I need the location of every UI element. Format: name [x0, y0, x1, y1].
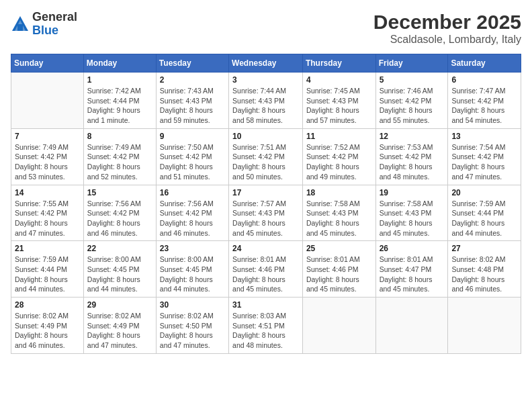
calendar-cell: 24Sunrise: 8:01 AM Sunset: 4:46 PM Dayli…	[229, 241, 303, 298]
calendar-cell: 1Sunrise: 7:42 AM Sunset: 4:44 PM Daylig…	[83, 73, 156, 129]
day-number: 3	[232, 75, 299, 85]
day-info: Sunrise: 8:03 AM Sunset: 4:51 PM Dayligh…	[232, 311, 299, 351]
day-number: 5	[380, 75, 445, 85]
calendar-cell: 5Sunrise: 7:46 AM Sunset: 4:42 PM Daylig…	[375, 73, 448, 129]
calendar-cell: 27Sunrise: 8:02 AM Sunset: 4:48 PM Dayli…	[448, 241, 521, 298]
calendar-cell: 25Sunrise: 8:01 AM Sunset: 4:46 PM Dayli…	[302, 241, 375, 298]
calendar-week-row: 28Sunrise: 8:02 AM Sunset: 4:49 PM Dayli…	[11, 298, 521, 354]
calendar-cell: 9Sunrise: 7:50 AM Sunset: 4:42 PM Daylig…	[156, 128, 228, 185]
calendar-cell: 28Sunrise: 8:02 AM Sunset: 4:49 PM Dayli…	[11, 298, 84, 354]
day-info: Sunrise: 7:59 AM Sunset: 4:44 PM Dayligh…	[15, 255, 80, 294]
calendar-cell: 6Sunrise: 7:47 AM Sunset: 4:42 PM Daylig…	[448, 73, 521, 129]
calendar-cell: 14Sunrise: 7:55 AM Sunset: 4:42 PM Dayli…	[11, 185, 84, 241]
day-info: Sunrise: 7:56 AM Sunset: 4:42 PM Dayligh…	[87, 199, 152, 238]
weekday-header: Tuesday	[156, 54, 228, 73]
calendar-cell: 4Sunrise: 7:45 AM Sunset: 4:43 PM Daylig…	[302, 73, 375, 129]
day-number: 21	[15, 244, 80, 253]
day-info: Sunrise: 8:00 AM Sunset: 4:45 PM Dayligh…	[160, 255, 225, 294]
day-number: 30	[160, 300, 225, 310]
weekday-header: Saturday	[448, 54, 521, 73]
day-number: 11	[306, 132, 372, 141]
day-number: 10	[232, 132, 299, 141]
day-info: Sunrise: 7:47 AM Sunset: 4:42 PM Dayligh…	[451, 86, 517, 126]
calendar-week-row: 14Sunrise: 7:55 AM Sunset: 4:42 PM Dayli…	[11, 185, 521, 241]
day-info: Sunrise: 7:49 AM Sunset: 4:42 PM Dayligh…	[15, 142, 80, 182]
day-info: Sunrise: 7:49 AM Sunset: 4:42 PM Dayligh…	[87, 142, 152, 182]
day-info: Sunrise: 8:01 AM Sunset: 4:47 PM Dayligh…	[380, 255, 445, 294]
calendar-cell	[375, 298, 448, 354]
calendar-cell: 8Sunrise: 7:49 AM Sunset: 4:42 PM Daylig…	[83, 128, 156, 185]
day-info: Sunrise: 7:59 AM Sunset: 4:44 PM Dayligh…	[451, 199, 517, 238]
calendar-cell: 31Sunrise: 8:03 AM Sunset: 4:51 PM Dayli…	[229, 298, 303, 354]
weekday-header: Thursday	[302, 54, 375, 73]
day-info: Sunrise: 8:00 AM Sunset: 4:45 PM Dayligh…	[87, 255, 152, 294]
calendar-cell: 21Sunrise: 7:59 AM Sunset: 4:44 PM Dayli…	[11, 241, 84, 298]
day-info: Sunrise: 8:02 AM Sunset: 4:50 PM Dayligh…	[160, 311, 225, 351]
day-number: 13	[451, 132, 517, 141]
day-info: Sunrise: 7:57 AM Sunset: 4:43 PM Dayligh…	[232, 199, 299, 238]
day-number: 18	[306, 188, 372, 197]
day-number: 1	[87, 75, 152, 85]
day-number: 8	[87, 132, 152, 141]
day-number: 15	[87, 188, 152, 197]
weekday-header: Monday	[83, 54, 156, 73]
day-number: 12	[380, 132, 445, 141]
calendar-header-row: SundayMondayTuesdayWednesdayThursdayFrid…	[11, 54, 521, 73]
calendar-week-row: 21Sunrise: 7:59 AM Sunset: 4:44 PM Dayli…	[11, 241, 521, 298]
day-info: Sunrise: 7:54 AM Sunset: 4:42 PM Dayligh…	[451, 142, 517, 182]
calendar-cell	[448, 298, 521, 354]
day-number: 6	[451, 75, 517, 85]
day-info: Sunrise: 7:58 AM Sunset: 4:43 PM Dayligh…	[380, 199, 445, 238]
day-info: Sunrise: 7:43 AM Sunset: 4:43 PM Dayligh…	[160, 86, 225, 126]
calendar-cell: 15Sunrise: 7:56 AM Sunset: 4:42 PM Dayli…	[83, 185, 156, 241]
weekday-header: Sunday	[11, 54, 84, 73]
calendar-cell: 23Sunrise: 8:00 AM Sunset: 4:45 PM Dayli…	[156, 241, 228, 298]
day-info: Sunrise: 8:01 AM Sunset: 4:46 PM Dayligh…	[232, 255, 299, 294]
calendar-cell: 16Sunrise: 7:56 AM Sunset: 4:42 PM Dayli…	[156, 185, 228, 241]
day-info: Sunrise: 7:46 AM Sunset: 4:42 PM Dayligh…	[380, 86, 445, 126]
day-info: Sunrise: 7:58 AM Sunset: 4:43 PM Dayligh…	[306, 199, 372, 238]
day-number: 17	[232, 188, 299, 197]
day-number: 25	[306, 244, 372, 253]
day-info: Sunrise: 7:55 AM Sunset: 4:42 PM Dayligh…	[15, 199, 80, 238]
day-number: 31	[232, 300, 299, 310]
calendar-cell: 29Sunrise: 8:02 AM Sunset: 4:49 PM Dayli…	[83, 298, 156, 354]
day-number: 4	[306, 75, 372, 85]
weekday-header: Wednesday	[229, 54, 303, 73]
day-number: 20	[451, 188, 517, 197]
day-info: Sunrise: 8:02 AM Sunset: 4:48 PM Dayligh…	[451, 255, 517, 294]
day-number: 22	[87, 244, 152, 253]
day-info: Sunrise: 8:01 AM Sunset: 4:46 PM Dayligh…	[306, 255, 372, 294]
day-number: 2	[160, 75, 225, 85]
day-info: Sunrise: 8:02 AM Sunset: 4:49 PM Dayligh…	[15, 311, 80, 351]
calendar-cell: 7Sunrise: 7:49 AM Sunset: 4:42 PM Daylig…	[11, 128, 84, 185]
calendar-cell: 10Sunrise: 7:51 AM Sunset: 4:42 PM Dayli…	[229, 128, 303, 185]
calendar-cell: 22Sunrise: 8:00 AM Sunset: 4:45 PM Dayli…	[83, 241, 156, 298]
calendar-cell: 12Sunrise: 7:53 AM Sunset: 4:42 PM Dayli…	[375, 128, 448, 185]
day-number: 19	[380, 188, 445, 197]
calendar-cell: 20Sunrise: 7:59 AM Sunset: 4:44 PM Dayli…	[448, 185, 521, 241]
calendar-cell	[11, 73, 84, 129]
calendar-cell	[302, 298, 375, 354]
calendar-cell: 3Sunrise: 7:44 AM Sunset: 4:43 PM Daylig…	[229, 73, 303, 129]
day-number: 9	[160, 132, 225, 141]
calendar-week-row: 7Sunrise: 7:49 AM Sunset: 4:42 PM Daylig…	[11, 128, 521, 185]
day-number: 7	[15, 132, 80, 141]
day-number: 23	[160, 244, 225, 253]
logo: General Blue	[11, 11, 77, 38]
calendar: SundayMondayTuesdayWednesdayThursdayFrid…	[11, 54, 521, 354]
day-info: Sunrise: 7:45 AM Sunset: 4:43 PM Dayligh…	[306, 86, 372, 126]
logo-text: General Blue	[32, 11, 77, 38]
day-number: 27	[451, 244, 517, 253]
day-info: Sunrise: 7:52 AM Sunset: 4:42 PM Dayligh…	[306, 142, 372, 182]
day-info: Sunrise: 7:42 AM Sunset: 4:44 PM Dayligh…	[87, 86, 152, 126]
day-info: Sunrise: 7:51 AM Sunset: 4:42 PM Dayligh…	[232, 142, 299, 182]
title-area: December 2025 Scaldasole, Lombardy, Ital…	[373, 11, 521, 46]
logo-general: General	[32, 11, 77, 24]
calendar-cell: 13Sunrise: 7:54 AM Sunset: 4:42 PM Dayli…	[448, 128, 521, 185]
location-title: Scaldasole, Lombardy, Italy	[373, 34, 521, 46]
day-info: Sunrise: 7:53 AM Sunset: 4:42 PM Dayligh…	[380, 142, 445, 182]
day-info: Sunrise: 7:56 AM Sunset: 4:42 PM Dayligh…	[160, 199, 225, 238]
day-info: Sunrise: 7:50 AM Sunset: 4:42 PM Dayligh…	[160, 142, 225, 182]
day-number: 26	[380, 244, 445, 253]
